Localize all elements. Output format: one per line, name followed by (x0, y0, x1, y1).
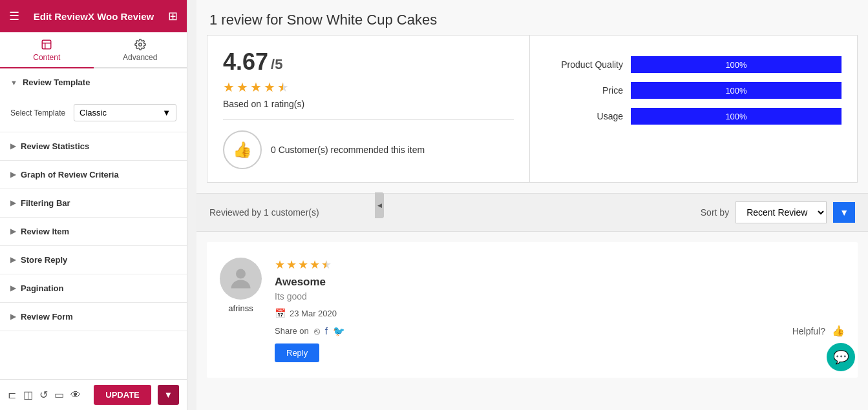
criteria-bar-wrap-product-quality: 100% (631, 56, 842, 73)
reply-section: Reply (275, 337, 845, 362)
main-inner: 1 review for Snow White Cup Cakes 4.67 /… (196, 0, 868, 378)
review-item: afrinss ★ ★ ★ ★ ★ ★ Awesome Its good (207, 242, 858, 378)
accordion-label-review-form: Review Form (21, 312, 73, 322)
accordion-label-review-item: Review Item (21, 227, 69, 236)
chevron-right-icon-4: ▶ (10, 227, 16, 236)
review-stars: ★ ★ ★ ★ ★ ★ (275, 258, 845, 272)
template-select-row: Select Template Classic ▼ (10, 104, 176, 121)
share-label: Share on (275, 326, 309, 336)
accordion-header-graph-of-review-criteria[interactable]: ▶ Graph of Review Criteria (0, 161, 187, 189)
tab-advanced[interactable]: Advanced (94, 32, 187, 67)
rating-number: 4.67 (223, 48, 268, 76)
rating-stars: ★ ★ ★ ★ ★ ★ (223, 79, 514, 95)
sort-dropdown[interactable]: Recent Review (736, 201, 827, 223)
avatar-icon (226, 264, 255, 293)
accordion-header-pagination[interactable]: ▶ Pagination (0, 274, 187, 302)
accordion-label-review-statistics: Review Statistics (21, 141, 89, 151)
criteria-bar-usage: 100% (631, 108, 842, 125)
accordion-header-review-statistics[interactable]: ▶ Review Statistics (0, 132, 187, 160)
chevron-down-icon: ▼ (10, 79, 17, 87)
collapse-handle[interactable]: ◀ (375, 192, 384, 218)
stats-right: Product Quality 100% Price 100% Usage (530, 35, 858, 183)
grid-icon[interactable]: ⊞ (168, 9, 178, 23)
sort-row: Sort by Recent Review ▼ (701, 201, 855, 223)
dropdown-chevron-icon: ▼ (162, 108, 171, 118)
star-5-half: ★ ★ (277, 79, 289, 95)
gear-icon (134, 39, 146, 50)
star-3: ★ (250, 79, 262, 95)
stats-left: 4.67 /5 ★ ★ ★ ★ ★ ★ Based on 1 rating(s) (207, 35, 530, 183)
twitter-icon[interactable]: 🐦 (333, 325, 345, 337)
chevron-right-icon-3: ▶ (10, 199, 16, 207)
tab-content[interactable]: Content (0, 32, 94, 67)
review-star-1: ★ (275, 258, 285, 272)
facebook-icon[interactable]: f (325, 325, 328, 336)
calendar-icon: 📅 (275, 308, 286, 318)
sidebar: ☰ Edit ReviewX Woo Review ⊞ Content Adva… (0, 0, 187, 410)
review-date: 📅 23 Mar 2020 (275, 308, 845, 318)
chat-icon: 💬 (833, 349, 849, 365)
chevron-right-icon-7: ▶ (10, 313, 16, 321)
reviewed-by: Reviewed by 1 customer(s) (209, 207, 319, 218)
svg-rect-0 (43, 40, 52, 49)
page-title: 1 review for Snow White Cup Cakes (196, 0, 868, 35)
thumbs-up-button[interactable]: 👍 (832, 325, 845, 337)
accordion-body-review-template: Select Template Classic ▼ (0, 96, 187, 132)
accordion-header-review-template[interactable]: ▼ Review Template (0, 68, 187, 96)
sidebar-title: Edit ReviewX Woo Review (34, 11, 154, 22)
hamburger-icon[interactable]: ☰ (9, 9, 19, 23)
accordion-header-store-reply[interactable]: ▶ Store Reply (0, 246, 187, 274)
history-icon[interactable]: ↺ (39, 386, 48, 404)
layers-icon[interactable]: ⊏ (8, 386, 17, 404)
svg-point-3 (139, 43, 142, 46)
update-arrow-button[interactable]: ▼ (158, 385, 179, 405)
criteria-usage: Usage 100% (545, 108, 842, 125)
accordion-header-filtering-bar[interactable]: ▶ Filtering Bar (0, 189, 187, 217)
template-value: Classic (79, 108, 107, 118)
reply-button[interactable]: Reply (275, 343, 319, 362)
review-date-text: 23 Mar 2020 (290, 309, 337, 318)
rating-max: /5 (271, 56, 282, 73)
desktop-icon[interactable]: ▭ (54, 386, 64, 404)
star-4: ★ (264, 79, 275, 95)
criteria-list: Product Quality 100% Price 100% Usage (545, 48, 842, 125)
recommend-row: 👍 0 Customer(s) recommended this item (223, 130, 514, 169)
accordion-review-item: ▶ Review Item (0, 218, 187, 246)
reviewer-name: afrinss (228, 303, 253, 313)
chevron-right-icon-5: ▶ (10, 256, 16, 264)
review-star-3: ★ (298, 258, 308, 272)
accordion-review-statistics: ▶ Review Statistics (0, 132, 187, 161)
chevron-right-icon: ▶ (10, 142, 16, 150)
template-dropdown[interactable]: Classic ▼ (74, 104, 176, 121)
sort-label: Sort by (701, 207, 729, 218)
main-content: 1 review for Snow White Cup Cakes 4.67 /… (196, 0, 868, 410)
accordion-pagination: ▶ Pagination (0, 274, 187, 303)
accordion-filtering-bar: ▶ Filtering Bar (0, 189, 187, 218)
review-body: ★ ★ ★ ★ ★ ★ Awesome Its good 📅 23 Mar 20… (275, 258, 845, 362)
sort-dropdown-btn[interactable]: ▼ (833, 202, 855, 223)
helpful-label: Helpful? (792, 326, 825, 336)
sidebar-tabs: Content Advanced (0, 32, 187, 68)
accordion-header-review-item[interactable]: ▶ Review Item (0, 218, 187, 245)
tab-advanced-label: Advanced (123, 53, 157, 62)
review-text: Its good (275, 291, 845, 302)
thumbs-up-icon: 👍 (223, 130, 262, 169)
share-icon[interactable]: ⎋ (314, 325, 320, 336)
accordion-label-graph-of-review-criteria: Graph of Review Criteria (21, 170, 119, 179)
eye-icon[interactable]: 👁 (70, 386, 81, 404)
review-star-4: ★ (310, 258, 320, 272)
helpful-row: Helpful? 👍 (792, 325, 845, 337)
review-title: Awesome (275, 276, 845, 289)
criteria-bar-wrap-usage: 100% (631, 108, 842, 125)
criteria-label-price: Price (545, 85, 623, 96)
accordion-header-review-form[interactable]: ▶ Review Form (0, 303, 187, 331)
sidebar-header: ☰ Edit ReviewX Woo Review ⊞ (0, 0, 187, 32)
chat-fab[interactable]: 💬 (827, 343, 855, 371)
avatar-col: afrinss (220, 258, 262, 362)
update-button[interactable]: UPDATE (94, 385, 151, 405)
sidebar-toolbar: ⊏ ◫ ↺ ▭ 👁 UPDATE ▼ (0, 379, 187, 410)
criteria-bar-wrap-price: 100% (631, 82, 842, 99)
tab-content-label: Content (33, 53, 60, 62)
stack-icon[interactable]: ◫ (23, 386, 33, 404)
svg-point-4 (236, 269, 246, 279)
